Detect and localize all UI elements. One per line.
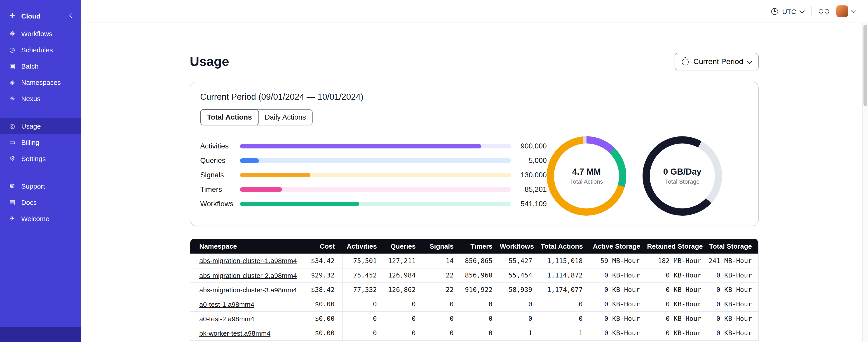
usage-bar-track: [240, 144, 511, 148]
period-selector-label: Current Period: [693, 57, 743, 66]
sidebar-header: ✛ Cloud: [0, 6, 81, 25]
cell-queries: 0: [384, 311, 423, 326]
cell-queries: 126,984: [384, 268, 423, 282]
usage-bar-track: [240, 202, 511, 206]
cell-active-storage: 0 KB-Hour: [593, 326, 647, 340]
sidebar-item[interactable]: ✳ Nexus: [0, 90, 81, 106]
timezone-label: UTC: [782, 7, 796, 15]
cell-queries: 0: [384, 326, 423, 340]
namespace-link[interactable]: bk-worker-test.a98mm4: [199, 329, 271, 337]
chevron-down-icon: [747, 59, 752, 64]
sidebar-item-label: Billing: [21, 138, 39, 146]
donut-label: Total Actions: [570, 178, 603, 185]
namespace-link[interactable]: a0-test-2.a98mm4: [199, 315, 254, 322]
topbar-divider: [811, 6, 811, 16]
cell-retained-storage: 0 KB-Hour: [647, 311, 709, 326]
sidebar-collapse-icon[interactable]: [69, 13, 74, 19]
schedules-icon: ◷: [8, 46, 16, 53]
namespace-usage-table: Namespace Cost Activities Queries Signal…: [190, 239, 758, 340]
cell-workflows: 1: [500, 326, 539, 340]
cell-total-storage: 0 KB-Hour: [709, 297, 758, 311]
account-menu[interactable]: [836, 5, 855, 17]
sidebar-item-label: Nexus: [21, 95, 40, 102]
namespace-link[interactable]: abs-migration-cluster-1.a98mm4: [199, 257, 297, 265]
usage-bar-label: Workflows: [200, 200, 240, 208]
donut-label: Total Storage: [665, 178, 700, 185]
cell-queries: 126,862: [384, 282, 423, 297]
sidebar: ✛ Cloud ❋ Workflows ◷ Schedules: [0, 0, 81, 342]
table-row: a0-test-2.a98mm4 $0.00 0 0 0 0 0 0 0 KB-…: [190, 311, 758, 326]
sidebar-item[interactable]: ◷ Schedules: [0, 41, 81, 58]
avatar: [836, 5, 848, 17]
timezone-dropdown[interactable]: UTC: [771, 7, 804, 15]
sidebar-item[interactable]: ◎ Usage: [0, 118, 81, 134]
donut-value: 0 GB/Day: [663, 167, 702, 177]
usage-card-title: Current Period (09/01/2024 — 10/01/2024): [200, 92, 748, 102]
usage-bar-track: [240, 158, 511, 163]
cell-total-actions: 0: [539, 297, 593, 311]
period-selector-button[interactable]: Current Period: [675, 53, 758, 70]
sidebar-item[interactable]: ▣ Batch: [0, 58, 81, 74]
usage-bar-label: Activities: [200, 142, 240, 150]
column-header-queries: Queries: [384, 239, 423, 253]
welcome-icon: ✈: [8, 215, 16, 222]
actions-tab-group: Total Actions Daily Actions: [200, 109, 313, 126]
chevron-down-icon: [800, 8, 805, 13]
sidebar-item-label: Usage: [21, 122, 41, 130]
sidebar-item[interactable]: ✈ Welcome: [0, 210, 81, 227]
usage-bar-track: [240, 187, 511, 192]
stopwatch-icon: [682, 59, 689, 65]
sidebar-item[interactable]: ▭ Billing: [0, 134, 81, 150]
cell-activities: 75,501: [342, 253, 384, 268]
usage-bar-value: 85,201: [511, 185, 547, 194]
actions-tab[interactable]: Total Actions: [200, 109, 259, 126]
cell-workflows: 0: [500, 311, 539, 326]
cell-cost: $29.32: [299, 268, 342, 282]
cell-cost: $34.42: [299, 253, 342, 268]
cell-cost: $0.00: [299, 311, 342, 326]
namespace-link[interactable]: abs-migration-cluster-2.a98mm4: [199, 271, 297, 279]
usage-bar-value: 130,000: [511, 171, 547, 179]
cell-timers: 0: [461, 326, 500, 340]
namespace-link[interactable]: abs-migration-cluster-3.a98mm4: [199, 286, 297, 294]
docs-icon: ▤: [8, 199, 16, 206]
usage-bar-fill: [240, 202, 359, 206]
sidebar-item[interactable]: ⚙ Settings: [0, 150, 81, 167]
column-header-signals: Signals: [423, 239, 461, 253]
scrollbar-thumb[interactable]: [864, 25, 867, 106]
cell-queries: 127,211: [384, 253, 423, 268]
cell-workflows: 55,427: [500, 253, 539, 268]
page-title: Usage: [190, 54, 229, 69]
namespace-link[interactable]: a0-test-1.a98mm4: [199, 300, 254, 308]
incognito-glasses-icon[interactable]: [819, 9, 829, 13]
clock-icon: [771, 8, 778, 15]
vertical-scrollbar[interactable]: [862, 23, 868, 342]
table-row: a0-test-1.a98mm4 $0.00 0 0 0 0 0 0 0 KB-…: [190, 297, 758, 311]
cell-signals: 0: [423, 297, 461, 311]
cell-retained-storage: 182 MB-Hour: [647, 253, 709, 268]
cell-signals: 22: [423, 268, 461, 282]
main-area: UTC Usage Current Period: [81, 0, 868, 342]
sidebar-group-account: ◎ Usage ▭ Billing ⚙ Settings: [0, 118, 81, 167]
sidebar-item[interactable]: ❋ Workflows: [0, 25, 81, 41]
cell-total-actions: 0: [539, 311, 593, 326]
sidebar-item[interactable]: ☸ Support: [0, 178, 81, 194]
column-header-active-storage: Active Storage: [593, 239, 647, 253]
column-header-cost: Cost: [299, 239, 342, 253]
page-content: Usage Current Period Current Period (09/…: [81, 23, 868, 342]
actions-tab[interactable]: Daily Actions: [258, 110, 312, 125]
cell-total-storage: 0 KB-Hour: [709, 282, 758, 297]
column-header-retained-storage: Retained Storage: [647, 239, 709, 253]
sidebar-item-label: Workflows: [21, 30, 53, 37]
cell-active-storage: 59 MB-Hour: [593, 253, 647, 268]
usage-donut-chart: 4.7 MM Total Actions: [547, 136, 626, 216]
sidebar-group-main: ❋ Workflows ◷ Schedules ▣ Batch ◈: [0, 25, 81, 106]
cell-active-storage: 0 KB-Hour: [593, 268, 647, 282]
usage-bar-fill: [240, 173, 310, 177]
sidebar-item[interactable]: ▤ Docs: [0, 194, 81, 210]
usage-bar-value: 541,109: [511, 200, 547, 208]
usage-icon: ◎: [8, 122, 16, 130]
sidebar-item-label: Batch: [21, 62, 39, 70]
sidebar-item[interactable]: ◈ Namespaces: [0, 74, 81, 90]
usage-summary-card: Current Period (09/01/2024 — 10/01/2024)…: [190, 82, 758, 226]
